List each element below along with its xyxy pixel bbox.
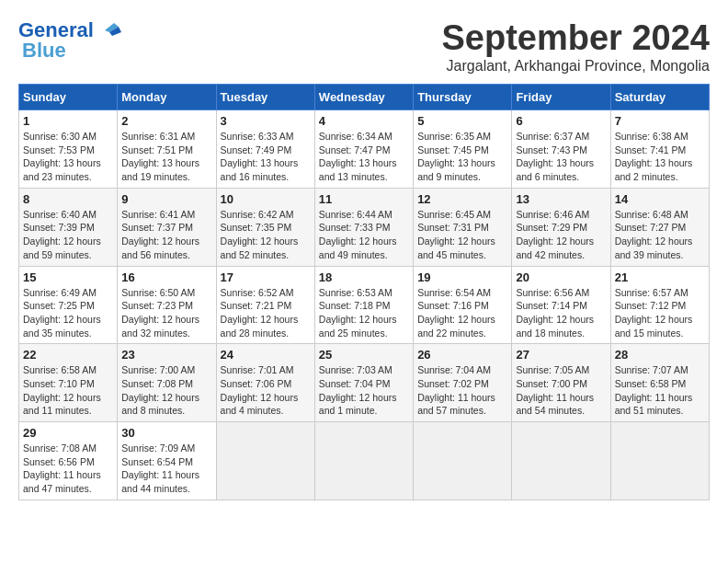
day-info: Sunrise: 7:08 AMSunset: 6:56 PMDaylight:… [23,442,113,496]
day-number: 27 [516,348,606,362]
day-cell-28: 28 Sunrise: 7:07 AMSunset: 6:58 PMDaylig… [610,344,709,422]
calendar-table: SundayMondayTuesdayWednesdayThursdayFrid… [18,84,710,500]
day-number: 24 [221,348,311,362]
day-info: Sunrise: 6:30 AMSunset: 7:53 PMDaylight:… [23,130,113,184]
logo: General Blue [18,18,123,63]
header-tuesday: Tuesday [216,85,314,110]
day-cell-25: 25 Sunrise: 7:03 AMSunset: 7:04 PMDaylig… [314,344,413,422]
header-saturday: Saturday [610,85,709,110]
day-info: Sunrise: 6:37 AMSunset: 7:43 PMDaylight:… [516,130,606,184]
calendar-week-2: 8 Sunrise: 6:40 AMSunset: 7:39 PMDayligh… [19,188,710,266]
calendar-week-1: 1 Sunrise: 6:30 AMSunset: 7:53 PMDayligh… [19,110,710,189]
header-sunday: Sunday [19,85,118,110]
day-info: Sunrise: 6:54 AMSunset: 7:16 PMDaylight:… [417,286,507,340]
day-number: 23 [121,348,211,362]
day-info: Sunrise: 7:07 AMSunset: 6:58 PMDaylight:… [615,363,705,418]
day-cell-3: 3 Sunrise: 6:33 AMSunset: 7:49 PMDayligh… [216,110,314,189]
day-cell-4: 4 Sunrise: 6:34 AMSunset: 7:47 PMDayligh… [314,110,413,189]
day-info: Sunrise: 7:04 AMSunset: 7:02 PMDaylight:… [417,363,507,418]
day-info: Sunrise: 6:48 AMSunset: 7:27 PMDaylight:… [615,208,705,262]
day-info: Sunrise: 7:09 AMSunset: 6:54 PMDaylight:… [121,442,211,496]
day-cell-26: 26 Sunrise: 7:04 AMSunset: 7:02 PMDaylig… [414,344,512,422]
day-cell-10: 10 Sunrise: 6:42 AMSunset: 7:35 PMDaylig… [216,188,314,266]
day-number: 8 [23,192,113,206]
calendar-week-3: 15 Sunrise: 6:49 AMSunset: 7:25 PMDaylig… [19,266,710,344]
day-number: 16 [121,270,211,284]
day-cell-12: 12 Sunrise: 6:45 AMSunset: 7:31 PMDaylig… [414,188,512,266]
day-number: 9 [121,192,211,206]
day-cell-20: 20 Sunrise: 6:56 AMSunset: 7:14 PMDaylig… [512,266,610,344]
location-subtitle: Jargalant, Arkhangai Province, Mongolia [442,58,711,75]
logo-text-blue: Blue [22,39,66,63]
day-number: 11 [319,192,409,206]
day-number: 25 [319,348,409,362]
empty-cell [314,422,413,500]
day-number: 28 [615,348,705,362]
empty-cell [414,422,512,500]
page-header: General Blue September 2024 Jargalant, A… [18,18,710,75]
calendar-week-4: 22 Sunrise: 6:58 AMSunset: 7:10 PMDaylig… [19,344,710,422]
day-cell-15: 15 Sunrise: 6:49 AMSunset: 7:25 PMDaylig… [19,266,118,344]
day-info: Sunrise: 6:33 AMSunset: 7:49 PMDaylight:… [221,130,311,184]
day-number: 14 [615,192,705,206]
header-wednesday: Wednesday [314,85,413,110]
day-info: Sunrise: 6:40 AMSunset: 7:39 PMDaylight:… [23,208,113,262]
day-number: 29 [23,426,113,440]
day-number: 26 [417,348,507,362]
day-number: 19 [417,270,507,284]
day-number: 13 [516,192,606,206]
day-number: 7 [615,114,705,128]
empty-cell [216,422,314,500]
day-info: Sunrise: 6:52 AMSunset: 7:21 PMDaylight:… [221,286,311,340]
day-cell-6: 6 Sunrise: 6:37 AMSunset: 7:43 PMDayligh… [512,110,610,189]
day-cell-9: 9 Sunrise: 6:41 AMSunset: 7:37 PMDayligh… [118,188,216,266]
day-number: 22 [23,348,113,362]
day-cell-29: 29 Sunrise: 7:08 AMSunset: 6:56 PMDaylig… [19,422,118,500]
day-info: Sunrise: 6:49 AMSunset: 7:25 PMDaylight:… [23,286,113,340]
day-info: Sunrise: 6:58 AMSunset: 7:10 PMDaylight:… [23,363,113,418]
day-number: 1 [23,114,113,128]
day-info: Sunrise: 6:31 AMSunset: 7:51 PMDaylight:… [121,130,211,184]
day-info: Sunrise: 7:00 AMSunset: 7:08 PMDaylight:… [121,363,211,418]
day-cell-21: 21 Sunrise: 6:57 AMSunset: 7:12 PMDaylig… [610,266,709,344]
day-info: Sunrise: 6:50 AMSunset: 7:23 PMDaylight:… [121,286,211,340]
day-number: 6 [516,114,606,128]
calendar-header-row: SundayMondayTuesdayWednesdayThursdayFrid… [19,85,710,110]
day-number: 12 [417,192,507,206]
day-number: 10 [221,192,311,206]
day-cell-19: 19 Sunrise: 6:54 AMSunset: 7:16 PMDaylig… [414,266,512,344]
day-info: Sunrise: 6:57 AMSunset: 7:12 PMDaylight:… [615,286,705,340]
day-cell-27: 27 Sunrise: 7:05 AMSunset: 7:00 PMDaylig… [512,344,610,422]
day-cell-14: 14 Sunrise: 6:48 AMSunset: 7:27 PMDaylig… [610,188,709,266]
day-cell-13: 13 Sunrise: 6:46 AMSunset: 7:29 PMDaylig… [512,188,610,266]
day-info: Sunrise: 6:46 AMSunset: 7:29 PMDaylight:… [516,208,606,262]
day-info: Sunrise: 6:45 AMSunset: 7:31 PMDaylight:… [417,208,507,262]
day-cell-24: 24 Sunrise: 7:01 AMSunset: 7:06 PMDaylig… [216,344,314,422]
empty-cell [512,422,610,500]
day-cell-22: 22 Sunrise: 6:58 AMSunset: 7:10 PMDaylig… [19,344,118,422]
day-info: Sunrise: 6:35 AMSunset: 7:45 PMDaylight:… [417,130,507,184]
day-info: Sunrise: 6:44 AMSunset: 7:33 PMDaylight:… [319,208,409,262]
day-cell-8: 8 Sunrise: 6:40 AMSunset: 7:39 PMDayligh… [19,188,118,266]
day-cell-7: 7 Sunrise: 6:38 AMSunset: 7:41 PMDayligh… [610,110,709,189]
day-cell-23: 23 Sunrise: 7:00 AMSunset: 7:08 PMDaylig… [118,344,216,422]
day-cell-11: 11 Sunrise: 6:44 AMSunset: 7:33 PMDaylig… [314,188,413,266]
day-cell-17: 17 Sunrise: 6:52 AMSunset: 7:21 PMDaylig… [216,266,314,344]
day-info: Sunrise: 6:38 AMSunset: 7:41 PMDaylight:… [615,130,705,184]
day-number: 4 [319,114,409,128]
day-cell-2: 2 Sunrise: 6:31 AMSunset: 7:51 PMDayligh… [118,110,216,189]
day-cell-16: 16 Sunrise: 6:50 AMSunset: 7:23 PMDaylig… [118,266,216,344]
day-number: 21 [615,270,705,284]
day-info: Sunrise: 7:01 AMSunset: 7:06 PMDaylight:… [221,363,311,418]
empty-cell [610,422,709,500]
day-number: 17 [221,270,311,284]
title-section: September 2024 Jargalant, Arkhangai Prov… [442,18,711,75]
day-info: Sunrise: 6:34 AMSunset: 7:47 PMDaylight:… [319,130,409,184]
day-info: Sunrise: 6:53 AMSunset: 7:18 PMDaylight:… [319,286,409,340]
day-info: Sunrise: 7:03 AMSunset: 7:04 PMDaylight:… [319,363,409,418]
day-cell-30: 30 Sunrise: 7:09 AMSunset: 6:54 PMDaylig… [118,422,216,500]
day-info: Sunrise: 6:41 AMSunset: 7:37 PMDaylight:… [121,208,211,262]
day-info: Sunrise: 6:56 AMSunset: 7:14 PMDaylight:… [516,286,606,340]
day-number: 3 [221,114,311,128]
day-number: 15 [23,270,113,284]
